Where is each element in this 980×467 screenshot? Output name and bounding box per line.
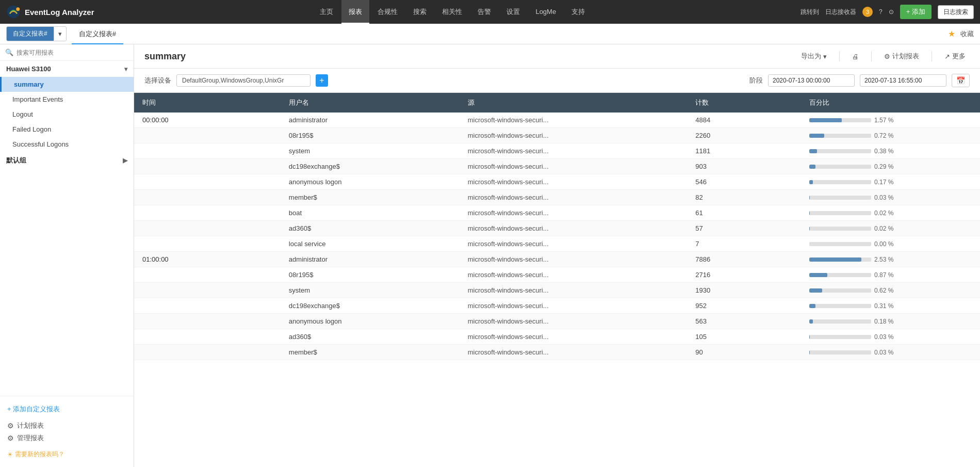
feedback-icon: ☀ [7,451,13,458]
export-button[interactable]: 导出为 ▾ [797,50,831,63]
cell-percent: 0.03 % [801,345,980,360]
sidebar-item-successful-logons[interactable]: Successful Logons [0,137,134,152]
feedback-link[interactable]: ☀ 需要新的报表吗？ [7,447,126,462]
cell-percent: 0.31 % [801,298,980,314]
print-button[interactable]: 🖨 [848,51,863,62]
cell-source: microsoft-windows-securi... [460,345,688,360]
nav-support[interactable]: 支持 [564,0,592,24]
table-row[interactable]: ad360$ microsoft-windows-securi... 57 0.… [134,221,980,236]
table-row[interactable]: 08r195$ microsoft-windows-securi... 2260… [134,128,980,143]
table-row[interactable]: dc198exchange$ microsoft-windows-securi.… [134,159,980,174]
manage-report-link[interactable]: ⚙ 管理报表 [7,433,126,443]
col-header-time: 时间 [134,93,281,112]
jump-to-link[interactable]: 跳转到 [801,8,819,17]
cell-percent: 2.53 % [801,252,980,267]
table-row[interactable]: anonymous logon microsoft-windows-securi… [134,314,980,329]
cell-percent: 0.00 % [801,236,980,252]
cell-source: microsoft-windows-securi... [460,174,688,190]
table-row[interactable]: dc198exchange$ microsoft-windows-securi.… [134,298,980,314]
table-row[interactable]: member$ microsoft-windows-securi... 90 0… [134,345,980,360]
nav-logme[interactable]: LogMe [528,0,563,24]
nav-correlation[interactable]: 相关性 [435,0,469,24]
period-end-input[interactable] [860,74,946,87]
table-row[interactable]: member$ microsoft-windows-securi... 82 0… [134,190,980,205]
log-receiver-link[interactable]: 日志接收器 [825,8,856,17]
sidebar-item-failed-logon[interactable]: Failed Logon [0,122,134,137]
log-search-button[interactable]: 日志搜索 [938,5,974,19]
cell-source: microsoft-windows-securi... [460,112,688,128]
table-row[interactable]: 08r195$ microsoft-windows-securi... 2716… [134,267,980,283]
custom-report-dropdown-btn[interactable]: 自定义报表# ▾ [6,26,67,41]
device-input[interactable] [176,74,311,87]
sidebar-item-logout[interactable]: Logout [0,107,134,122]
cell-percent: 0.62 % [801,283,980,298]
calendar-button[interactable]: 📅 [952,74,970,87]
device-label: 选择设备 [144,76,171,85]
collect-label[interactable]: 收藏 [960,29,974,39]
main-layout: 🔍 Huawei S3100 ▾ summary Important Event… [0,44,980,467]
cell-percent: 0.72 % [801,128,980,143]
nav-home[interactable]: 主页 [313,0,340,24]
cell-time [134,329,281,345]
cell-time [134,221,281,236]
cell-count: 1181 [687,143,801,159]
table-row[interactable]: local service microsoft-windows-securi..… [134,236,980,252]
report-table-container: 时间 用户名 源 计数 百分比 00:00:00 administrator m… [134,93,980,467]
add-custom-report-link[interactable]: + 添加自定义报表 [7,401,126,417]
schedule-report-button[interactable]: ⚙ 计划报表 [880,50,923,63]
sidebar-group-default[interactable]: 默认组 ▶ [0,152,134,169]
nav-settings[interactable]: 设置 [499,0,527,24]
table-row[interactable]: 01:00:00 administrator microsoft-windows… [134,252,980,267]
sidebar-item-important-events[interactable]: Important Events [0,92,134,107]
table-row[interactable]: ad360$ microsoft-windows-securi... 105 0… [134,329,980,345]
cell-count: 2260 [687,128,801,143]
table-row[interactable]: system microsoft-windows-securi... 1930 … [134,283,980,298]
table-row[interactable]: 00:00:00 administrator microsoft-windows… [134,112,980,128]
cell-count: 105 [687,329,801,345]
cell-source: microsoft-windows-securi... [460,190,688,205]
cell-time: 01:00:00 [134,252,281,267]
help-icon[interactable]: ? [879,8,883,15]
cell-source: microsoft-windows-securi... [460,252,688,267]
cell-percent: 0.03 % [801,190,980,205]
search-input[interactable] [17,49,128,56]
cell-time [134,283,281,298]
schedule-icon: ⚙ [7,422,14,430]
table-row[interactable]: anonymous logon microsoft-windows-securi… [134,174,980,190]
sidebar-search-area: 🔍 [0,44,134,61]
cell-count: 7886 [687,252,801,267]
cell-username: ad360$ [281,221,460,236]
sidebar-item-summary[interactable]: summary [0,77,134,92]
report-title: summary [144,51,186,62]
user-icon[interactable]: ⊙ [889,8,894,15]
period-start-input[interactable] [768,74,855,87]
custom-report-label[interactable]: 自定义报表# [7,27,54,41]
schedule-report-label: 计划报表 [892,52,919,61]
table-row[interactable]: system microsoft-windows-securi... 1181 … [134,143,980,159]
cell-count: 2716 [687,267,801,283]
sidebar-group-huawei-arrow: ▾ [124,66,127,73]
bookmark-icon[interactable]: ★ [948,29,955,39]
notification-button[interactable]: 3 [862,7,873,17]
nav-compliance[interactable]: 合规性 [370,0,405,24]
add-button[interactable]: + 添加 [900,5,932,19]
table-row[interactable]: boat microsoft-windows-securi... 61 0.02… [134,205,980,221]
nav-search[interactable]: 搜索 [406,0,434,24]
sidebar-group-huawei-label: Huawei S3100 [6,65,51,73]
custom-report-dropdown-arrow[interactable]: ▾ [54,27,66,40]
cell-percent: 0.87 % [801,267,980,283]
sidebar-group-huawei[interactable]: Huawei S3100 ▾ [0,61,134,77]
col-header-source: 源 [460,93,688,112]
more-label: 更多 [952,52,966,61]
nav-reports[interactable]: 报表 [341,0,369,24]
export-dropdown-icon: ▾ [823,53,827,60]
active-tab[interactable]: 自定义报表# [72,24,123,44]
more-button[interactable]: ↗ 更多 [940,50,970,63]
nav-alert[interactable]: 告警 [470,0,498,24]
device-add-button[interactable]: + [316,74,328,87]
schedule-report-link[interactable]: ⚙ 计划报表 [7,421,126,430]
table-header-row: 时间 用户名 源 计数 百分比 [134,93,980,112]
cell-username: boat [281,205,460,221]
cell-percent: 0.29 % [801,159,980,174]
divider-2 [871,51,872,61]
